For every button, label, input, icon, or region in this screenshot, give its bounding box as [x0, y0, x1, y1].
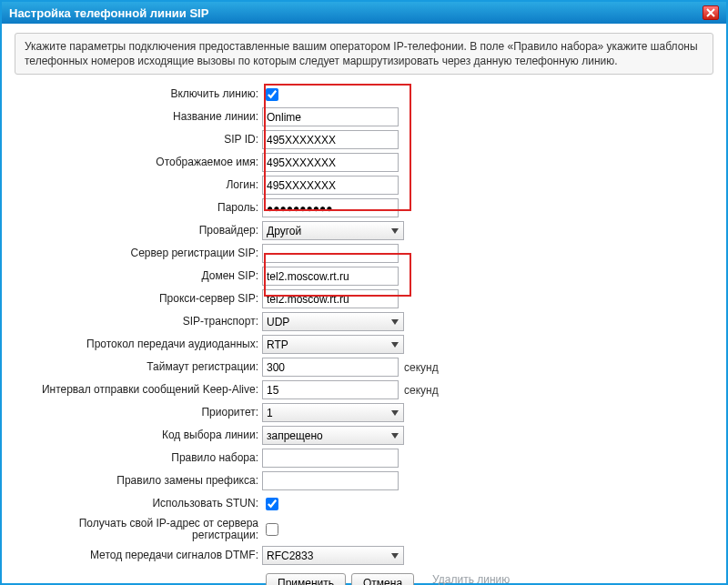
label-linecode: Код выбора линии: [15, 429, 262, 442]
input-domain[interactable] [262, 267, 399, 286]
row-regtimeout: Таймаут регистрации: секунд [15, 357, 713, 378]
unit-seconds: секунд [404, 384, 439, 397]
row-proxy: Прокси-сервер SIP: [15, 288, 713, 309]
label-name: Название линии: [15, 111, 262, 124]
label-proxy: Прокси-сервер SIP: [15, 293, 262, 306]
row-priority: Приоритет: 1 [15, 402, 713, 423]
label-prefix: Правило замены префикса: [15, 475, 262, 488]
row-provider: Провайдер: Другой [15, 220, 713, 241]
label-provider: Провайдер: [15, 225, 262, 237]
label-dtmf: Метод передачи сигналов DTMF: [15, 550, 262, 562]
cancel-button[interactable]: Отмена [351, 573, 414, 585]
window-title: Настройка телефонной линии SIP [9, 6, 208, 20]
row-display: Отображаемое имя: [15, 152, 713, 173]
row-name: Название линии: [15, 106, 713, 127]
select-priority[interactable]: 1 [262, 403, 404, 422]
row-transport: SIP-транспорт: UDP [15, 311, 713, 332]
row-keepalive: Интервал отправки сообщений Keep-Alive: … [15, 379, 713, 400]
row-dtmf: Метод передачи сигналов DTMF: RFC2833 [15, 545, 713, 566]
select-provider[interactable]: Другой [262, 221, 404, 240]
dialog-window: Настройка телефонной линии SIP Укажите п… [0, 0, 728, 585]
input-display[interactable] [262, 153, 399, 172]
label-stun: Использовать STUN: [15, 498, 262, 510]
label-regserver: Сервер регистрации SIP: [15, 247, 262, 260]
select-audio[interactable]: RTP [262, 335, 404, 354]
input-login[interactable] [262, 176, 399, 195]
input-proxy[interactable] [262, 289, 399, 308]
label-domain: Домен SIP: [15, 270, 262, 283]
input-regtimeout[interactable] [262, 358, 399, 377]
label-enable: Включить линию: [15, 88, 262, 101]
label-getip: Получать свой IP-адрес от сервера регист… [15, 518, 262, 543]
input-prefix[interactable] [262, 471, 399, 490]
row-dialrule: Правило набора: [15, 448, 713, 469]
row-login: Логин: [15, 175, 713, 196]
row-stun: Использовать STUN: [15, 493, 713, 514]
row-regserver: Сервер регистрации SIP: [15, 243, 713, 264]
label-password: Пароль: [15, 202, 262, 215]
row-audio: Протокол передачи аудиоданных: RTP [15, 334, 713, 355]
checkbox-enable[interactable] [266, 88, 278, 101]
input-keepalive[interactable] [262, 380, 399, 399]
label-audio: Протокол передачи аудиоданных: [15, 338, 262, 351]
close-button[interactable] [703, 5, 719, 20]
row-linecode: Код выбора линии: запрещено [15, 425, 713, 446]
row-password: Пароль: [15, 197, 713, 218]
label-priority: Приоритет: [15, 407, 262, 419]
input-regserver[interactable] [262, 244, 399, 263]
button-row: Применить Отмена Удалить линию [15, 573, 713, 585]
info-panel: Укажите параметры подключения предоставл… [15, 33, 713, 75]
checkbox-getip[interactable] [266, 523, 278, 536]
apply-button[interactable]: Применить [266, 573, 346, 585]
label-sipid: SIP ID: [15, 134, 262, 146]
label-keepalive: Интервал отправки сообщений Keep-Alive: [15, 384, 262, 397]
select-dtmf[interactable]: RFC2833 [262, 546, 404, 565]
row-sipid: SIP ID: [15, 129, 713, 150]
label-login: Логин: [15, 179, 262, 192]
label-transport: SIP-транспорт: [15, 316, 262, 328]
select-transport[interactable]: UDP [262, 312, 404, 331]
select-linecode[interactable]: запрещено [262, 426, 404, 445]
label-dialrule: Правило набора: [15, 452, 262, 465]
content-area: Укажите параметры подключения предоставл… [2, 24, 726, 585]
label-display: Отображаемое имя: [15, 156, 262, 169]
close-icon [706, 8, 715, 17]
row-domain: Домен SIP: [15, 266, 713, 287]
row-prefix: Правило замены префикса: [15, 470, 713, 491]
unit-seconds: секунд [404, 361, 439, 374]
row-enable: Включить линию: [15, 84, 713, 105]
input-sipid[interactable] [262, 130, 399, 149]
input-name[interactable] [262, 107, 399, 126]
row-getip: Получать свой IP-адрес от сервера регист… [15, 516, 713, 543]
form: Включить линию: Название линии: SIP ID: … [15, 84, 713, 585]
label-regtimeout: Таймаут регистрации: [15, 361, 262, 374]
input-password[interactable] [262, 198, 399, 217]
delete-line-link: Удалить линию [420, 573, 521, 585]
titlebar: Настройка телефонной линии SIP [2, 2, 726, 24]
input-dialrule[interactable] [262, 449, 399, 468]
checkbox-stun[interactable] [266, 498, 278, 510]
